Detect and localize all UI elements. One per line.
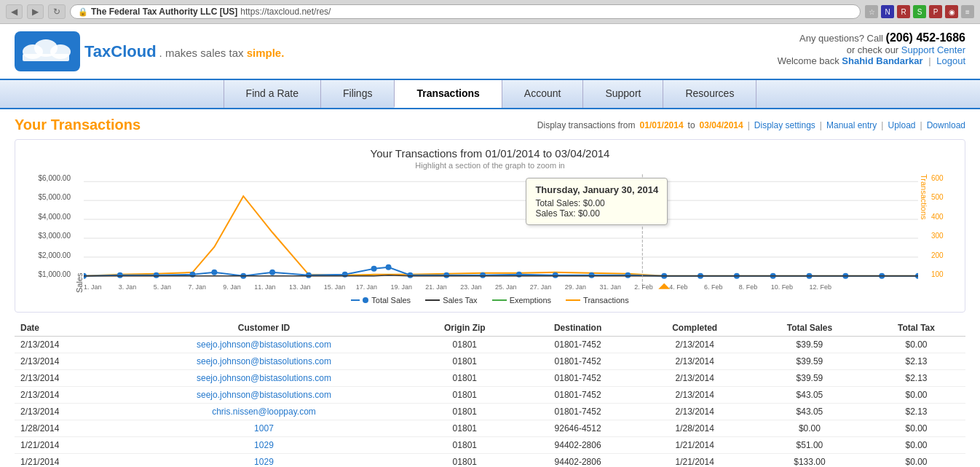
chart-marker: [658, 283, 670, 289]
support-center-link[interactable]: Support Center: [901, 44, 965, 55]
svg-text:10. Feb: 10. Feb: [771, 283, 793, 291]
nav-resources[interactable]: Resources: [663, 80, 756, 108]
cell-origin: 01801: [411, 420, 518, 437]
chart-subtitle: Highlight a section of the graph to zoom…: [23, 161, 957, 170]
to-label: to: [688, 120, 695, 130]
svg-text:29. Jan: 29. Jan: [565, 283, 586, 291]
svg-text:9. Jan: 9. Jan: [223, 283, 240, 291]
header-right: Any questions? Call (206) 452-1686 or ch…: [778, 31, 965, 66]
nav-find-rate[interactable]: Find a Rate: [224, 80, 320, 108]
svg-point-25: [516, 272, 522, 278]
to-date[interactable]: 03/04/2014: [700, 120, 743, 130]
svg-text:31. Jan: 31. Jan: [600, 283, 621, 291]
refresh-button[interactable]: ↻: [48, 4, 66, 19]
cell-date: 2/13/2014: [15, 337, 116, 353]
chart-container: Your Transactions from 01/01/2014 to 03/…: [15, 139, 965, 313]
table-row[interactable]: 2/13/2014 chris.nissen@looppay.com 01801…: [15, 404, 965, 420]
cell-completed: 1/21/2014: [638, 437, 752, 454]
cell-destination: 01801-7452: [518, 370, 638, 387]
chart-tooltip: Thursday, January 30, 2014 Total Sales: …: [526, 178, 668, 225]
cell-destination: 01801-7452: [518, 353, 638, 370]
addon-icon-5[interactable]: ◉: [945, 5, 958, 18]
nav-account[interactable]: Account: [502, 80, 583, 108]
cell-customer: seejo.johnson@bistasolutions.com: [116, 337, 411, 353]
svg-point-13: [154, 272, 159, 278]
cell-total-sales: $39.59: [752, 337, 867, 353]
cell-origin: 01801: [411, 353, 518, 370]
user-profile-link[interactable]: Shahid Bandarkar: [842, 55, 922, 66]
svg-text:21. Jan: 21. Jan: [425, 283, 446, 291]
table-row[interactable]: 1/28/2014 1007 01801 92646-4512 1/28/201…: [15, 420, 965, 437]
main-nav: Find a Rate Filings Transactions Account…: [0, 79, 980, 109]
page-title: Your Transactions: [15, 117, 141, 133]
support-line: or check our Support Center: [778, 44, 965, 55]
menu-icon[interactable]: ≡: [961, 5, 974, 18]
table-row[interactable]: 2/13/2014 seejo.johnson@bistasolutions.c…: [15, 353, 965, 370]
svg-text:19. Jan: 19. Jan: [391, 283, 412, 291]
upload-link[interactable]: Upload: [888, 120, 915, 130]
cell-total-sales: $51.00: [752, 437, 867, 454]
logo-cloud-word: Cloud: [111, 42, 156, 61]
nav-transactions[interactable]: Transactions: [394, 80, 501, 108]
forward-button[interactable]: ▶: [27, 4, 44, 19]
col-origin: Origin Zip: [411, 320, 518, 337]
svg-text:1. Jan: 1. Jan: [84, 283, 101, 291]
cell-customer: 1007: [116, 420, 411, 437]
table-row[interactable]: 1/21/2014 1029 01801 94402-2806 1/21/201…: [15, 437, 965, 454]
cell-destination: 01801-7452: [518, 337, 638, 353]
y-axis-left: $6,000.00 $5,000.00 $4,000.00 $3,000.00 …: [23, 174, 74, 293]
svg-text:2. Feb: 2. Feb: [634, 283, 652, 291]
browser-chrome: ◀ ▶ ↻ 🔒 The Federal Tax Authority LLC [U…: [0, 0, 980, 24]
table-row[interactable]: 2/13/2014 seejo.johnson@bistasolutions.c…: [15, 337, 965, 353]
page-content: Your Transactions Display transactions f…: [0, 109, 980, 467]
cell-destination: 94402-2806: [518, 454, 638, 468]
svg-point-15: [211, 270, 217, 275]
svg-text:8. Feb: 8. Feb: [739, 283, 757, 291]
table-row[interactable]: 2/13/2014 seejo.johnson@bistasolutions.c…: [15, 370, 965, 387]
manual-entry-link[interactable]: Manual entry: [826, 120, 877, 130]
cell-destination: 94402-2806: [518, 437, 638, 454]
cell-customer: seejo.johnson@bistasolutions.com: [116, 370, 411, 387]
svg-text:4. Feb: 4. Feb: [669, 283, 687, 291]
table-row[interactable]: 2/13/2014 seejo.johnson@bistasolutions.c…: [15, 387, 965, 404]
cell-completed: 1/21/2014: [638, 454, 752, 468]
cell-origin: 01801: [411, 337, 518, 353]
legend-exemptions: Exemptions: [492, 296, 551, 305]
welcome-line: Welcome back Shahid Bandarkar | Logout: [778, 55, 965, 66]
y-axis-right: 600 500 400 300 200 100: [928, 174, 957, 293]
col-destination: Destination: [518, 320, 638, 337]
bookmark-icon[interactable]: ☆: [865, 5, 878, 18]
date-label: Display transactions from: [537, 120, 636, 130]
legend-sales-tax: Sales Tax: [425, 296, 478, 305]
col-completed: Completed: [638, 320, 752, 337]
addon-icon-1[interactable]: N: [881, 5, 894, 18]
page-header: Your Transactions Display transactions f…: [15, 117, 965, 133]
logout-link[interactable]: Logout: [936, 55, 965, 66]
from-date[interactable]: 01/01/2014: [640, 120, 684, 130]
nav-support[interactable]: Support: [582, 80, 663, 108]
address-bar[interactable]: 🔒 The Federal Tax Authority LLC [US] htt…: [70, 4, 861, 19]
addon-icon-3[interactable]: S: [913, 5, 926, 18]
svg-point-18: [306, 272, 312, 278]
addon-icon-4[interactable]: P: [929, 5, 942, 18]
cell-total-tax: $0.00: [867, 420, 965, 437]
svg-text:3. Jan: 3. Jan: [119, 283, 136, 291]
col-total-tax: Total Tax: [867, 320, 965, 337]
phone-line: Any questions? Call (206) 452-1686: [778, 31, 965, 44]
col-customer: Customer ID: [116, 320, 411, 337]
svg-point-22: [407, 272, 413, 278]
cell-customer: chris.nissen@looppay.com: [116, 404, 411, 420]
svg-text:5. Jan: 5. Jan: [154, 283, 171, 291]
cell-origin: 01801: [411, 454, 518, 468]
url-path: https://taxcloud.net/res/: [240, 7, 331, 17]
table-row[interactable]: 1/21/2014 1029 01801 94402-2806 1/21/201…: [15, 454, 965, 468]
cell-total-sales: $133.00: [752, 454, 867, 468]
addon-icon-2[interactable]: R: [897, 5, 910, 18]
download-link[interactable]: Download: [927, 120, 965, 130]
chart-svg-area[interactable]: 1. Jan 3. Jan 5. Jan 7. Jan 9. Jan 11. J…: [84, 174, 918, 293]
back-button[interactable]: ◀: [6, 4, 23, 19]
site-header: TaxCloud. makes sales tax simple. Any qu…: [0, 24, 980, 79]
nav-filings[interactable]: Filings: [320, 80, 394, 108]
display-settings-link[interactable]: Display settings: [754, 120, 815, 130]
cell-origin: 01801: [411, 437, 518, 454]
